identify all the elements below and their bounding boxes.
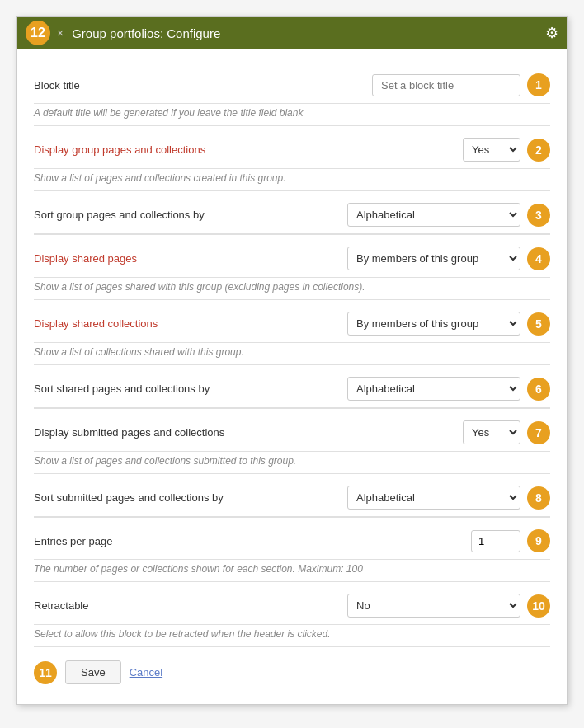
gear-icon[interactable]: ⚙ [545, 24, 558, 42]
entries-per-page-row: Entries per page 9 [34, 517, 550, 560]
block-title-control: 1 [372, 73, 550, 96]
dialog-title: Group portfolios: Configure [72, 26, 545, 40]
entries-per-page-input[interactable] [471, 530, 520, 552]
display-group-pages-control: Yes No 2 [463, 138, 550, 162]
sort-group-pages-row: Sort group pages and collections by Alph… [34, 191, 550, 234]
display-group-pages-row: Display group pages and collections Yes … [34, 126, 550, 169]
block-title-input[interactable] [372, 74, 520, 96]
block-title-hint: A default title will be generated if you… [34, 104, 550, 126]
display-shared-collections-label: Display shared collections [34, 317, 347, 330]
display-shared-collections-control: By members of this group Everyone No 5 [347, 312, 550, 336]
display-shared-pages-hint: Show a list of pages shared with this gr… [34, 278, 550, 300]
entries-per-page-hint: The number of pages or collections shown… [34, 560, 550, 582]
block-title-badge: 1 [527, 73, 550, 96]
close-icon[interactable]: × [57, 26, 64, 40]
retractable-badge: 10 [527, 594, 550, 618]
retractable-label: Retractable [34, 599, 347, 612]
sort-shared-pages-row: Sort shared pages and collections by Alp… [34, 365, 550, 408]
retractable-row: Retractable No Yes Automatically 10 [34, 582, 550, 625]
sort-submitted-row: Sort submitted pages and collections by … [34, 474, 550, 517]
block-title-label: Block title [34, 79, 372, 92]
display-shared-collections-select[interactable]: By members of this group Everyone No [347, 312, 520, 336]
sort-submitted-control: Alphabetical Date Last modified 8 [347, 486, 550, 510]
sort-shared-pages-select[interactable]: Alphabetical Date Last modified [347, 377, 520, 401]
display-shared-pages-row: Display shared pages By members of this … [34, 234, 550, 278]
entries-per-page-label: Entries per page [34, 535, 471, 547]
cancel-button[interactable]: Cancel [130, 666, 162, 679]
display-submitted-control: Yes No 7 [463, 420, 550, 444]
display-shared-pages-label: Display shared pages [34, 252, 347, 265]
display-shared-collections-badge: 5 [527, 312, 550, 336]
display-shared-pages-badge: 4 [527, 247, 550, 270]
form-content: Block title 1 A default title will be ge… [17, 49, 567, 704]
title-bar: 12 × Group portfolios: Configure ⚙ [17, 17, 567, 49]
title-bar-badge: 12 [26, 21, 50, 45]
display-submitted-label: Display submitted pages and collections [34, 426, 463, 439]
display-group-pages-badge: 2 [527, 139, 550, 162]
retractable-hint: Select to allow this block to be retract… [34, 625, 550, 647]
sort-shared-pages-control: Alphabetical Date Last modified 6 [347, 377, 550, 401]
display-submitted-hint: Show a list of pages and collections sub… [34, 452, 550, 474]
sort-submitted-label: Sort submitted pages and collections by [34, 491, 347, 504]
sort-group-pages-badge: 3 [527, 204, 550, 227]
display-submitted-select[interactable]: Yes No [463, 420, 520, 444]
footer-row: 11 Save Cancel [34, 647, 550, 691]
display-shared-collections-row: Display shared collections By members of… [34, 300, 550, 343]
sort-submitted-select[interactable]: Alphabetical Date Last modified [347, 486, 520, 510]
sort-submitted-badge: 8 [527, 486, 550, 510]
display-group-pages-select[interactable]: Yes No [463, 138, 520, 162]
display-shared-pages-control: By members of this group Everyone No 4 [347, 247, 550, 270]
display-submitted-badge: 7 [527, 421, 550, 444]
sort-shared-pages-badge: 6 [527, 378, 550, 401]
save-button[interactable]: Save [65, 660, 121, 684]
sort-group-pages-control: Alphabetical Date Last modified 3 [347, 203, 550, 227]
display-submitted-row: Display submitted pages and collections … [34, 408, 550, 452]
sort-group-pages-label: Sort group pages and collections by [34, 209, 347, 221]
block-title-row: Block title 1 [34, 62, 550, 104]
retractable-control: No Yes Automatically 10 [347, 594, 550, 618]
display-group-pages-label: Display group pages and collections [34, 143, 463, 156]
sort-shared-pages-label: Sort shared pages and collections by [34, 383, 347, 395]
entries-per-page-control: 9 [471, 529, 550, 552]
footer-badge: 11 [34, 661, 57, 684]
entries-per-page-badge: 9 [527, 529, 550, 552]
display-group-pages-hint: Show a list of pages and collections cre… [34, 169, 550, 191]
configure-window: 12 × Group portfolios: Configure ⚙ Block… [16, 16, 568, 705]
display-shared-pages-select[interactable]: By members of this group Everyone No [347, 247, 520, 270]
display-shared-collections-hint: Show a list of collections shared with t… [34, 343, 550, 365]
retractable-select[interactable]: No Yes Automatically [347, 594, 520, 618]
sort-group-pages-select[interactable]: Alphabetical Date Last modified [347, 203, 520, 227]
